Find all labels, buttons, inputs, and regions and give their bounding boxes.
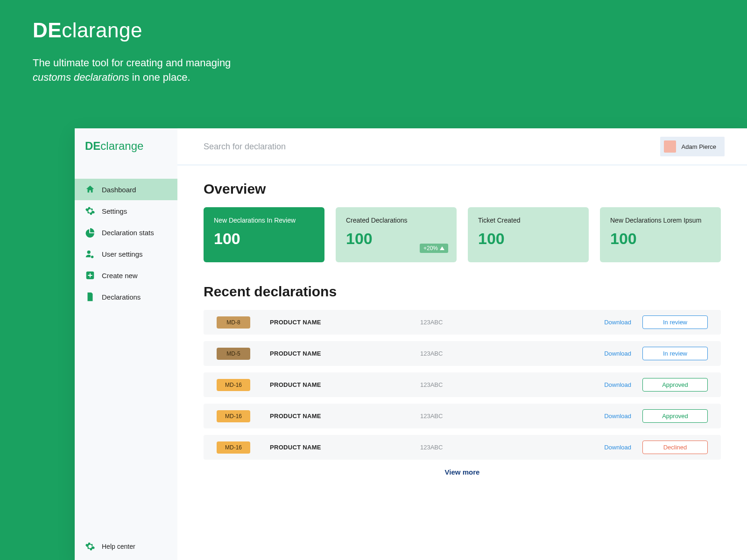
stat-card[interactable]: New Declarations In Review100 — [204, 207, 324, 262]
stat-card-title: New Declarations Lorem Ipsum — [610, 217, 711, 224]
sidebar-nav: DashboardSettingsDeclaration statsUser s… — [75, 179, 177, 533]
declarations-list: MD-8PRODUCT NAME123ABCDownloadIn reviewM… — [204, 310, 721, 460]
doc-icon — [85, 292, 95, 302]
plus-icon — [85, 270, 95, 280]
declaration-row[interactable]: MD-16PRODUCT NAME123ABCDownloadApproved — [204, 372, 721, 397]
topbar: Adam Pierce — [177, 128, 747, 165]
pie-icon — [85, 227, 95, 238]
sidebar-item-user-settings[interactable]: User settings — [75, 243, 177, 265]
view-more-link[interactable]: View more — [204, 468, 721, 476]
stat-card-title: New Declarations In Review — [214, 217, 314, 224]
overview-cards: New Declarations In Review100Created Dec… — [204, 207, 721, 262]
status-badge: Approved — [642, 409, 708, 423]
avatar — [664, 140, 676, 153]
overview-heading: Overview — [204, 181, 721, 197]
status-badge: In review — [642, 347, 708, 360]
declaration-row[interactable]: MD-16PRODUCT NAME123ABCDownloadDeclined — [204, 435, 721, 460]
download-link[interactable]: Download — [571, 381, 631, 388]
search-input[interactable] — [204, 142, 660, 152]
sidebar-item-declarations[interactable]: Declarations — [75, 286, 177, 308]
sidebar-item-dashboard[interactable]: Dashboard — [75, 179, 177, 200]
product-name: PRODUCT NAME — [270, 319, 409, 326]
download-link[interactable]: Download — [571, 413, 631, 420]
gear-icon — [85, 206, 95, 216]
sidebar-item-declaration-stats[interactable]: Declaration stats — [75, 222, 177, 243]
stat-card-value: 100 — [610, 230, 711, 248]
product-name: PRODUCT NAME — [270, 381, 409, 388]
stat-card[interactable]: New Declarations Lorem Ipsum100 — [600, 207, 721, 262]
declaration-id-pill: MD-5 — [217, 348, 250, 360]
sidebar-item-settings[interactable]: Settings — [75, 200, 177, 222]
product-code: 123ABC — [420, 381, 559, 388]
stat-card[interactable]: Ticket Created100 — [468, 207, 589, 262]
product-code: 123ABC — [420, 350, 559, 357]
gear-icon — [85, 541, 95, 552]
product-name: PRODUCT NAME — [270, 413, 409, 420]
user-gear-icon — [85, 249, 95, 259]
sidebar-item-label: Settings — [102, 207, 127, 215]
user-name: Adam Pierce — [682, 143, 716, 150]
help-center-link[interactable]: Help center — [75, 533, 177, 560]
sidebar-item-label: User settings — [102, 250, 143, 258]
sidebar-item-label: Dashboard — [102, 186, 136, 194]
app-window: DEclarange DashboardSettingsDeclaration … — [75, 128, 747, 560]
declaration-id-pill: MD-16 — [217, 441, 250, 454]
sidebar: DEclarange DashboardSettingsDeclaration … — [75, 128, 177, 560]
product-name: PRODUCT NAME — [270, 444, 409, 451]
download-link[interactable]: Download — [571, 444, 631, 451]
declaration-row[interactable]: MD-5PRODUCT NAME123ABCDownloadIn review — [204, 341, 721, 366]
sidebar-logo: DEclarange — [75, 128, 177, 165]
hero-logo: DEclarange — [33, 19, 714, 42]
stat-card-value: 100 — [214, 230, 314, 248]
product-name: PRODUCT NAME — [270, 350, 409, 357]
sidebar-item-label: Declarations — [102, 293, 141, 301]
download-link[interactable]: Download — [571, 319, 631, 326]
svg-point-0 — [87, 251, 91, 254]
user-chip[interactable]: Adam Pierce — [660, 137, 725, 156]
declaration-id-pill: MD-16 — [217, 379, 250, 391]
trend-badge: +20% — [420, 244, 448, 253]
recent-heading: Recent declarations — [204, 284, 721, 300]
declaration-row[interactable]: MD-8PRODUCT NAME123ABCDownloadIn review — [204, 310, 721, 335]
status-badge: Approved — [642, 378, 708, 392]
download-link[interactable]: Download — [571, 350, 631, 357]
hero-banner: DEclarange The ultimate tool for creatin… — [0, 0, 747, 108]
declaration-id-pill: MD-16 — [217, 410, 250, 422]
help-center-label: Help center — [102, 543, 135, 550]
hero-logo-rest: clarange — [62, 19, 142, 42]
status-badge: Declined — [642, 441, 708, 454]
main-content: Adam Pierce Overview New Declarations In… — [177, 128, 747, 560]
hero-tagline-pre: The ultimate tool for creating and manag… — [33, 57, 231, 69]
sidebar-logo-bold: DE — [85, 140, 100, 152]
hero-tagline: The ultimate tool for creating and manag… — [33, 56, 714, 85]
product-code: 123ABC — [420, 413, 559, 420]
declaration-id-pill: MD-8 — [217, 316, 250, 329]
content-scroll: Overview New Declarations In Review100Cr… — [177, 165, 747, 480]
stat-card-title: Created Declarations — [346, 217, 446, 224]
declaration-row[interactable]: MD-16PRODUCT NAME123ABCDownloadApproved — [204, 404, 721, 428]
product-code: 123ABC — [420, 319, 559, 326]
hero-tagline-italic: customs declarations — [33, 71, 129, 83]
sidebar-item-label: Declaration stats — [102, 229, 154, 237]
sidebar-logo-rest: clarange — [100, 140, 143, 152]
sidebar-item-label: Create new — [102, 272, 138, 280]
hero-tagline-post: in one place. — [129, 71, 190, 83]
status-badge: In review — [642, 315, 708, 329]
sidebar-item-create-new[interactable]: Create new — [75, 265, 177, 286]
hero-logo-bold: DE — [33, 19, 62, 42]
stat-card-title: Ticket Created — [478, 217, 578, 224]
home-icon — [85, 184, 95, 195]
stat-card-value: 100 — [478, 230, 578, 248]
product-code: 123ABC — [420, 444, 559, 451]
stat-card[interactable]: Created Declarations100+20% — [336, 207, 457, 262]
